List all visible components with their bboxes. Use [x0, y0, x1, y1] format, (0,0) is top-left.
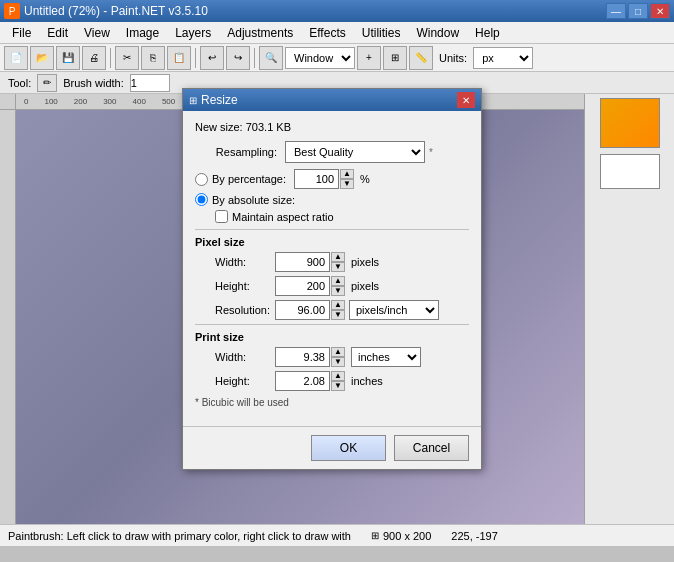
- pixel-height-label: Height:: [195, 280, 275, 292]
- pixel-size-label: Pixel size: [195, 236, 469, 248]
- print-width-input[interactable]: [275, 347, 330, 367]
- maximize-button[interactable]: □: [628, 3, 648, 19]
- maintain-aspect-checkbox[interactable]: [215, 210, 228, 223]
- paste-button[interactable]: 📋: [167, 46, 191, 70]
- menu-image[interactable]: Image: [118, 24, 167, 42]
- by-absolute-radio[interactable]: [195, 193, 208, 206]
- status-dimensions: 900 x 200: [383, 530, 431, 542]
- by-percentage-row: By percentage: ▲ ▼ %: [195, 169, 469, 189]
- pixel-height-up[interactable]: ▲: [331, 276, 345, 286]
- title-bar: P Untitled (72%) - Paint.NET v3.5.10 — □…: [0, 0, 674, 22]
- cancel-button[interactable]: Cancel: [394, 435, 469, 461]
- resolution-unit-select[interactable]: pixels/inch: [349, 300, 439, 320]
- pixel-width-label: Width:: [195, 256, 275, 268]
- resampling-select[interactable]: Best Quality: [285, 141, 425, 163]
- vertical-ruler: [0, 110, 16, 524]
- print-button[interactable]: 🖨: [82, 46, 106, 70]
- window-select[interactable]: Window: [285, 47, 355, 69]
- rulers-button[interactable]: 📏: [409, 46, 433, 70]
- pixel-width-down[interactable]: ▼: [331, 262, 345, 272]
- by-percentage-radio[interactable]: [195, 173, 208, 186]
- print-height-down[interactable]: ▼: [331, 381, 345, 391]
- menu-help[interactable]: Help: [467, 24, 508, 42]
- redo-button[interactable]: ↪: [226, 46, 250, 70]
- percentage-unit: %: [360, 173, 370, 185]
- undo-button[interactable]: ↩: [200, 46, 224, 70]
- tool-label: Tool:: [4, 77, 35, 89]
- resize-dialog[interactable]: ⊞ Resize ✕ New size: 703.1 KB Resampling…: [182, 94, 482, 470]
- print-height-up[interactable]: ▲: [331, 371, 345, 381]
- dialog-title: Resize: [201, 94, 238, 107]
- print-width-label: Width:: [195, 351, 275, 363]
- resolution-down[interactable]: ▼: [331, 310, 345, 320]
- open-button[interactable]: 📂: [30, 46, 54, 70]
- print-height-row: Height: ▲ ▼ inches: [195, 371, 469, 391]
- dialog-icon: ⊞: [189, 95, 197, 106]
- cut-button[interactable]: ✂: [115, 46, 139, 70]
- print-width-row: Width: ▲ ▼ inches: [195, 347, 469, 367]
- save-button[interactable]: 💾: [56, 46, 80, 70]
- percentage-input[interactable]: [294, 169, 339, 189]
- bicubic-note: * Bicubic will be used: [195, 397, 469, 408]
- by-percentage-label: By percentage:: [212, 173, 286, 185]
- resolution-up[interactable]: ▲: [331, 300, 345, 310]
- dialog-footer: OK Cancel: [183, 426, 481, 469]
- sep3: [254, 48, 255, 68]
- resolution-spinners: ▲ ▼: [331, 300, 345, 320]
- pixel-width-up[interactable]: ▲: [331, 252, 345, 262]
- resampling-label: Resampling:: [195, 146, 285, 158]
- menu-effects[interactable]: Effects: [301, 24, 353, 42]
- menu-utilities[interactable]: Utilities: [354, 24, 409, 42]
- pixel-height-spinners: ▲ ▼: [331, 276, 345, 296]
- by-absolute-row: By absolute size:: [195, 193, 469, 206]
- print-width-up[interactable]: ▲: [331, 347, 345, 357]
- menu-view[interactable]: View: [76, 24, 118, 42]
- units-select[interactable]: px: [473, 47, 533, 69]
- app-icon: P: [4, 3, 20, 19]
- zoom-in-button[interactable]: +: [357, 46, 381, 70]
- pixel-width-spinners: ▲ ▼: [331, 252, 345, 272]
- maintain-aspect-label: Maintain aspect ratio: [232, 211, 334, 223]
- pixel-width-input[interactable]: [275, 252, 330, 272]
- menu-layers[interactable]: Layers: [167, 24, 219, 42]
- zoom-button[interactable]: 🔍: [259, 46, 283, 70]
- pixels-unit2: pixels: [351, 280, 379, 292]
- print-width-spinners: ▲ ▼: [331, 347, 345, 367]
- maintain-aspect-row: Maintain aspect ratio: [215, 210, 469, 223]
- pixels-unit1: pixels: [351, 256, 379, 268]
- menu-file[interactable]: File: [4, 24, 39, 42]
- close-button[interactable]: ✕: [650, 3, 670, 19]
- divider2: [195, 324, 469, 325]
- resampling-hint: *: [429, 147, 433, 158]
- dimensions-icon: ⊞: [371, 530, 379, 541]
- paintbrush-icon[interactable]: ✏: [37, 74, 57, 92]
- print-width-down[interactable]: ▼: [331, 357, 345, 367]
- dialog-body: New size: 703.1 KB Resampling: Best Qual…: [183, 111, 481, 426]
- print-width-unit-select[interactable]: inches: [351, 347, 421, 367]
- menu-adjustments[interactable]: Adjustments: [219, 24, 301, 42]
- percentage-up[interactable]: ▲: [340, 169, 354, 179]
- percentage-down[interactable]: ▼: [340, 179, 354, 189]
- print-size-label: Print size: [195, 331, 469, 343]
- color-palette: [600, 98, 660, 148]
- resolution-row: Resolution: ▲ ▼ pixels/inch: [195, 300, 469, 320]
- grid-button[interactable]: ⊞: [383, 46, 407, 70]
- print-height-input[interactable]: [275, 371, 330, 391]
- minimize-button[interactable]: —: [606, 3, 626, 19]
- sep2: [195, 48, 196, 68]
- pixel-height-input[interactable]: [275, 276, 330, 296]
- copy-button[interactable]: ⎘: [141, 46, 165, 70]
- resolution-input[interactable]: [275, 300, 330, 320]
- brush-width-input[interactable]: [130, 74, 170, 92]
- dialog-close-button[interactable]: ✕: [457, 94, 475, 108]
- app-title: Untitled (72%) - Paint.NET v3.5.10: [24, 4, 208, 18]
- percentage-spinners: ▲ ▼: [340, 169, 354, 189]
- menu-edit[interactable]: Edit: [39, 24, 76, 42]
- menu-window[interactable]: Window: [408, 24, 467, 42]
- status-message: Paintbrush: Left click to draw with prim…: [8, 530, 351, 542]
- menu-bar: File Edit View Image Layers Adjustments …: [0, 22, 674, 44]
- pixel-height-down[interactable]: ▼: [331, 286, 345, 296]
- new-button[interactable]: 📄: [4, 46, 28, 70]
- ok-button[interactable]: OK: [311, 435, 386, 461]
- resolution-label: Resolution:: [195, 304, 275, 316]
